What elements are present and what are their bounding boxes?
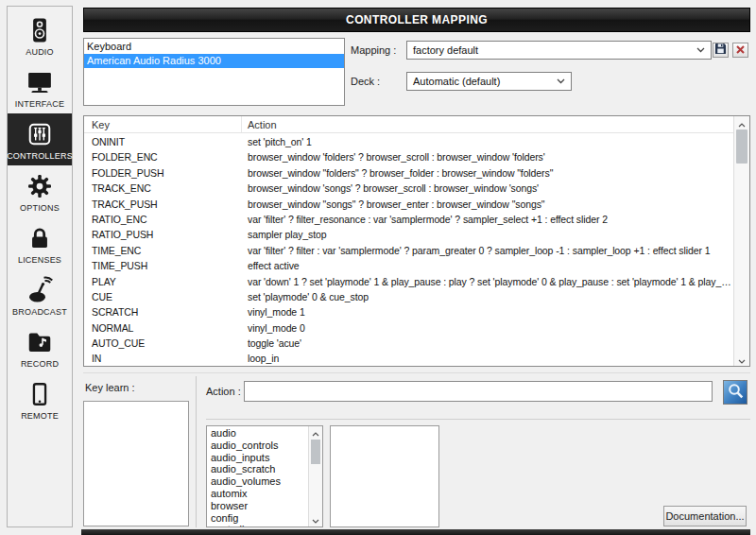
table-row[interactable]: RATIO_ENC var 'filter' ? filter_resonanc…	[84, 212, 733, 227]
key-learn-label: Key learn :	[85, 382, 135, 393]
mapping-value: factory default	[413, 44, 478, 56]
action-items-list[interactable]	[330, 425, 439, 527]
scroll-up-button[interactable]	[309, 427, 322, 439]
sidebar-item-audio[interactable]: AUDIO	[8, 9, 72, 61]
list-item[interactable]: controller	[207, 524, 308, 526]
table-row[interactable]: TIME_ENC var 'filter' ? filter : var 'sa…	[84, 243, 733, 258]
sidebar-item-label: INTERFACE	[15, 99, 64, 109]
scroll-down-button[interactable]	[734, 354, 749, 365]
table-row[interactable]: RATIO_PUSH sampler play_stop	[84, 227, 733, 242]
mapping-select[interactable]: factory default	[406, 41, 712, 60]
sidebar-item-controllers[interactable]: CONTROLLERS	[8, 113, 72, 165]
page-title: CONTROLLER MAPPING	[346, 13, 488, 26]
table-row[interactable]: PLAY var 'down' 1 ? set 'playmode' 1 & p…	[84, 274, 733, 289]
broadcast-icon	[26, 275, 54, 305]
controller-mapping-dialog: AUDIO INTERFACE CONTROLLERS OPTIONS LICE…	[0, 0, 756, 535]
list-item[interactable]: audio_scratch	[207, 463, 308, 475]
save-mapping-button[interactable]	[713, 43, 729, 58]
mapping-label: Mapping :	[351, 44, 396, 56]
chevron-down-icon	[312, 514, 319, 526]
speaker-icon	[26, 15, 54, 45]
gear-icon	[26, 171, 54, 201]
documentation-button[interactable]: Documentation...	[663, 506, 747, 526]
scroll-up-button[interactable]	[734, 117, 749, 129]
table-row[interactable]: TRACK_ENC browser_window 'songs' ? brows…	[84, 181, 733, 196]
vertical-divider	[196, 376, 197, 527]
sidebar-item-label: LICENSES	[18, 255, 61, 265]
sidebar-item-label: AUDIO	[26, 47, 54, 57]
table-row[interactable]: SCRATCH vinyl_mode 1	[84, 304, 733, 319]
column-header-action: Action	[242, 116, 749, 132]
chevron-up-icon	[312, 427, 319, 439]
groups-scrollbar[interactable]	[308, 426, 322, 526]
sidebar-item-label: RECORD	[21, 359, 59, 369]
action-label: Action :	[206, 386, 241, 397]
device-list-item[interactable]: American Audio Radius 3000	[84, 54, 344, 68]
sidebar-item-record[interactable]: RECORD	[8, 321, 72, 373]
list-item[interactable]: audio_inputs	[207, 452, 308, 464]
deck-label: Deck :	[351, 76, 380, 87]
close-icon	[735, 42, 746, 59]
table-row[interactable]: ONINIT set 'pitch_on' 1	[84, 134, 733, 149]
search-action-button[interactable]	[723, 380, 747, 405]
save-icon	[714, 42, 727, 59]
sidebar-item-label: BROADCAST	[12, 307, 67, 317]
table-row[interactable]: FOLDER_PUSH browser_window "folders" ? b…	[84, 165, 733, 181]
list-item[interactable]: audio_volumes	[207, 475, 308, 488]
sidebar-item-label: CONTROLLERS	[7, 151, 73, 161]
table-row[interactable]: CUE set 'playmode' 0 & cue_stop	[84, 289, 733, 304]
sidebar-item-licenses[interactable]: LICENSES	[8, 217, 72, 269]
table-row[interactable]: FOLDER_ENC browser_window 'folders' ? br…	[84, 149, 733, 164]
device-list[interactable]: Keyboard American Audio Radius 3000	[83, 38, 345, 106]
scroll-down-button[interactable]	[309, 514, 322, 526]
lock-icon	[26, 223, 53, 253]
sidebar-item-options[interactable]: OPTIONS	[8, 165, 72, 217]
search-icon	[727, 382, 745, 404]
settings-sidebar: AUDIO INTERFACE CONTROLLERS OPTIONS LICE…	[7, 6, 73, 527]
action-input[interactable]	[244, 381, 713, 402]
sidebar-item-label: OPTIONS	[20, 203, 60, 213]
bottom-panel-edge	[81, 529, 750, 535]
sidebar-item-label: REMOTE	[21, 411, 59, 421]
list-item[interactable]: audio_controls	[207, 440, 308, 452]
table-body: ONINIT set 'pitch_on' 1 FOLDER_ENC brows…	[84, 134, 733, 365]
key-learn-box[interactable]	[83, 401, 189, 526]
sliders-icon	[26, 119, 53, 149]
remote-icon	[26, 379, 53, 409]
chevron-down-icon	[557, 78, 565, 84]
sidebar-item-broadcast[interactable]: BROADCAST	[8, 269, 72, 321]
deck-value: Automatic (default)	[413, 76, 500, 87]
action-groups-list: audio audio_controls audio_inputs audio_…	[206, 425, 323, 527]
record-icon	[26, 327, 54, 357]
section-divider	[83, 372, 750, 373]
list-item[interactable]: automix	[207, 488, 308, 500]
sidebar-item-interface[interactable]: INTERFACE	[8, 61, 72, 113]
mapping-table: Key Action ONINIT set 'pitch_on' 1 FOLDE…	[83, 115, 750, 367]
table-row[interactable]: TRACK_PUSH browser_window "songs" ? brow…	[84, 197, 733, 212]
table-row[interactable]: IN loop_in	[84, 351, 733, 365]
action-separator	[206, 419, 750, 420]
table-scrollbar[interactable]	[733, 116, 749, 366]
scrollbar-thumb[interactable]	[736, 129, 747, 164]
list-item[interactable]: browser	[207, 500, 308, 512]
table-row[interactable]: NORMAL vinyl_mode 0	[84, 320, 733, 336]
table-row[interactable]: TIME_PUSH effect active	[84, 258, 733, 273]
column-header-key: Key	[84, 116, 242, 132]
deck-select[interactable]: Automatic (default)	[406, 72, 572, 91]
sidebar-item-remote[interactable]: REMOTE	[8, 373, 72, 425]
scrollbar-thumb[interactable]	[311, 440, 320, 464]
device-list-item[interactable]: Keyboard	[84, 40, 344, 54]
table-row[interactable]: AUTO_CUE toggle 'acue'	[84, 336, 733, 351]
table-header: Key Action	[84, 116, 749, 133]
monitor-icon	[26, 67, 54, 97]
action-groups-rows: audio audio_controls audio_inputs audio_…	[207, 427, 308, 526]
list-item[interactable]: config	[207, 512, 308, 525]
page-title-bar: CONTROLLER MAPPING	[83, 8, 750, 32]
list-item[interactable]: audio	[207, 427, 308, 440]
chevron-down-icon	[738, 351, 746, 368]
delete-mapping-button[interactable]	[732, 43, 748, 58]
chevron-down-icon	[696, 47, 705, 53]
